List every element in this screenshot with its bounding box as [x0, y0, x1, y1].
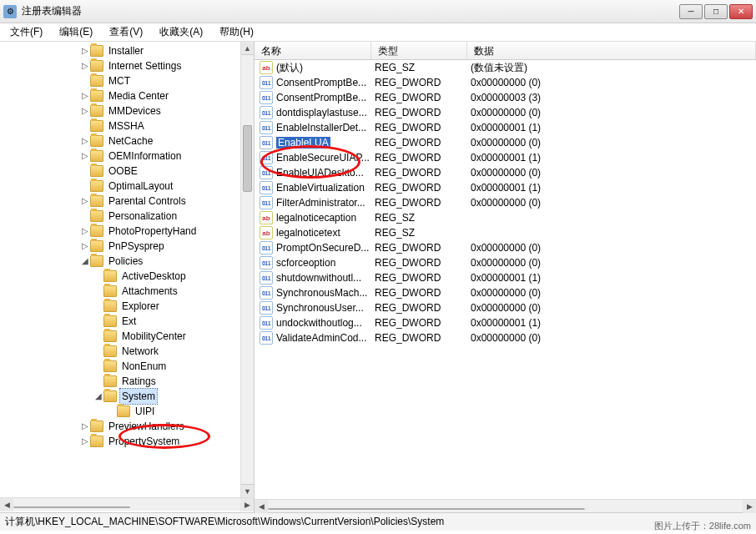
- expand-icon[interactable]: ▷: [80, 239, 90, 254]
- scroll-thumb[interactable]: [268, 508, 585, 510]
- tree-item[interactable]: MSSHA: [0, 118, 254, 134]
- value-type-cell: REG_DWORD: [375, 242, 471, 254]
- tree-item[interactable]: ▷Media Center: [0, 88, 254, 103]
- tree-vertical-scrollbar[interactable]: ▲ ▼: [240, 42, 254, 497]
- tree-item-label: Installer: [107, 43, 145, 58]
- expand-icon[interactable]: ▷: [80, 149, 90, 164]
- scroll-thumb[interactable]: [13, 506, 130, 508]
- registry-value-row[interactable]: scforceoptionREG_DWORD0x00000000 (0): [255, 255, 756, 270]
- registry-value-row[interactable]: legalnoticecaptionREG_SZ: [255, 210, 756, 225]
- registry-value-row[interactable]: (默认)REG_SZ(数值未设置): [255, 60, 756, 75]
- expand-icon[interactable]: ▷: [80, 134, 90, 149]
- column-data[interactable]: 数据: [467, 42, 756, 59]
- expand-icon[interactable]: ▷: [80, 103, 90, 118]
- column-type[interactable]: 类型: [371, 42, 467, 59]
- registry-tree[interactable]: ▷Installer▷Internet SettingsMCT▷Media Ce…: [0, 42, 254, 449]
- registry-value-row[interactable]: dontdisplaylastuse...REG_DWORD0x00000000…: [255, 105, 756, 120]
- column-name[interactable]: 名称: [255, 42, 371, 59]
- list-header: 名称 类型 数据: [255, 42, 756, 60]
- registry-value-row[interactable]: EnableSecureUIAP...REG_DWORD0x00000001 (…: [255, 150, 756, 165]
- folder-icon: [117, 406, 130, 417]
- tree-item[interactable]: ◢Policies: [0, 254, 254, 269]
- value-data-cell: 0x00000001 (1): [471, 152, 756, 164]
- scroll-left-button[interactable]: ◀: [255, 500, 268, 513]
- scroll-down-button[interactable]: ▼: [241, 484, 254, 497]
- maximize-button[interactable]: □: [704, 4, 728, 19]
- registry-value-row[interactable]: ConsentPromptBe...REG_DWORD0x00000000 (0…: [255, 75, 756, 90]
- registry-value-row[interactable]: shutdownwithoutl...REG_DWORD0x00000001 (…: [255, 270, 756, 285]
- client-area: ▷Installer▷Internet SettingsMCT▷Media Ce…: [0, 42, 756, 512]
- scroll-left-button[interactable]: ◀: [0, 498, 13, 511]
- registry-value-row[interactable]: PromptOnSecureD...REG_DWORD0x00000000 (0…: [255, 240, 756, 255]
- value-name-cell: FilterAdministrator...: [276, 197, 375, 209]
- scroll-up-button[interactable]: ▲: [241, 42, 254, 55]
- registry-value-row[interactable]: undockwithoutlog...REG_DWORD0x00000001 (…: [255, 315, 756, 330]
- string-value-icon: [260, 61, 273, 74]
- tree-item[interactable]: ▷PhotoPropertyHand: [0, 224, 254, 239]
- registry-values-list[interactable]: (默认)REG_SZ(数值未设置)ConsentPromptBe...REG_D…: [255, 60, 756, 499]
- collapse-icon[interactable]: ◢: [93, 389, 103, 404]
- registry-value-row[interactable]: EnableVirtualizationREG_DWORD0x00000001 …: [255, 180, 756, 195]
- registry-value-row[interactable]: legalnoticetextREG_SZ: [255, 225, 756, 240]
- expand-icon[interactable]: ▷: [80, 419, 90, 434]
- folder-icon: [90, 180, 103, 192]
- tree-item[interactable]: Ext: [0, 314, 254, 329]
- tree-item[interactable]: NonEnum: [0, 359, 254, 374]
- tree-item[interactable]: OptimalLayout: [0, 179, 254, 194]
- tree-item[interactable]: ▷Internet Settings: [0, 58, 254, 73]
- value-name-cell: SynchronousUser...: [276, 302, 375, 314]
- collapse-icon[interactable]: ◢: [80, 254, 90, 269]
- tree-item[interactable]: Ratings: [0, 374, 254, 389]
- tree-item[interactable]: ▷MMDevices: [0, 103, 254, 118]
- registry-value-row[interactable]: EnableLUAREG_DWORD0x00000000 (0): [255, 135, 756, 150]
- dword-value-icon: [260, 301, 273, 315]
- expand-icon[interactable]: ▷: [80, 194, 90, 209]
- value-type-cell: REG_DWORD: [375, 302, 471, 314]
- tree-item[interactable]: ◢System: [0, 389, 254, 404]
- tree-item[interactable]: Attachments: [0, 284, 254, 299]
- registry-value-row[interactable]: EnableUIADeskto...REG_DWORD0x00000000 (0…: [255, 165, 756, 180]
- minimize-button[interactable]: ─: [679, 4, 703, 19]
- tree-item[interactable]: ▷OEMInformation: [0, 149, 254, 164]
- expand-icon[interactable]: ▷: [80, 224, 90, 239]
- registry-value-row[interactable]: EnableInstallerDet...REG_DWORD0x00000001…: [255, 120, 756, 135]
- list-horizontal-scrollbar[interactable]: ◀ ▶: [255, 499, 756, 512]
- tree-item-label: Attachments: [120, 284, 179, 299]
- registry-value-row[interactable]: ConsentPromptBe...REG_DWORD0x00000003 (3…: [255, 90, 756, 105]
- scroll-right-button[interactable]: ▶: [743, 500, 756, 513]
- menu-file[interactable]: 文件(F): [3, 23, 49, 41]
- registry-value-row[interactable]: SynchronousUser...REG_DWORD0x00000000 (0…: [255, 300, 756, 315]
- registry-value-row[interactable]: ValidateAdminCod...REG_DWORD0x00000000 (…: [255, 330, 756, 345]
- menu-view[interactable]: 查看(V): [103, 23, 149, 41]
- menu-help[interactable]: 帮助(H): [213, 23, 260, 41]
- tree-item[interactable]: OOBE: [0, 164, 254, 179]
- tree-item[interactable]: ▷Parental Controls: [0, 194, 254, 209]
- close-button[interactable]: ✕: [729, 4, 753, 19]
- folder-icon: [90, 45, 103, 57]
- value-name-cell: undockwithoutlog...: [276, 317, 375, 329]
- menu-favorites[interactable]: 收藏夹(A): [153, 23, 209, 41]
- scroll-right-button[interactable]: ▶: [240, 498, 254, 511]
- tree-item[interactable]: Explorer: [0, 299, 254, 314]
- tree-item[interactable]: MCT: [0, 73, 254, 88]
- tree-item[interactable]: ▷PropertySystem: [0, 434, 254, 449]
- tree-item[interactable]: Network: [0, 344, 254, 359]
- expand-icon[interactable]: ▷: [80, 43, 90, 58]
- tree-item[interactable]: ▷PnPSysprep: [0, 239, 254, 254]
- registry-value-row[interactable]: FilterAdministrator...REG_DWORD0x0000000…: [255, 195, 756, 210]
- registry-value-row[interactable]: SynchronousMach...REG_DWORD0x00000000 (0…: [255, 285, 756, 300]
- tree-item[interactable]: UIPI: [0, 404, 254, 419]
- tree-item[interactable]: ▷NetCache: [0, 134, 254, 149]
- scroll-thumb[interactable]: [243, 125, 252, 192]
- tree-item[interactable]: MobilityCenter: [0, 329, 254, 344]
- expand-icon[interactable]: ▷: [80, 88, 90, 103]
- expand-icon[interactable]: ▷: [80, 434, 90, 449]
- tree-item[interactable]: ▷Installer: [0, 43, 254, 58]
- value-data-cell: 0x00000001 (1): [471, 182, 756, 194]
- tree-item[interactable]: ▷PreviewHandlers: [0, 419, 254, 434]
- tree-item[interactable]: ActiveDesktop: [0, 269, 254, 284]
- menu-edit[interactable]: 编辑(E): [53, 23, 99, 41]
- tree-item[interactable]: Personalization: [0, 209, 254, 224]
- tree-horizontal-scrollbar[interactable]: ◀ ▶: [0, 497, 254, 511]
- expand-icon[interactable]: ▷: [80, 58, 90, 73]
